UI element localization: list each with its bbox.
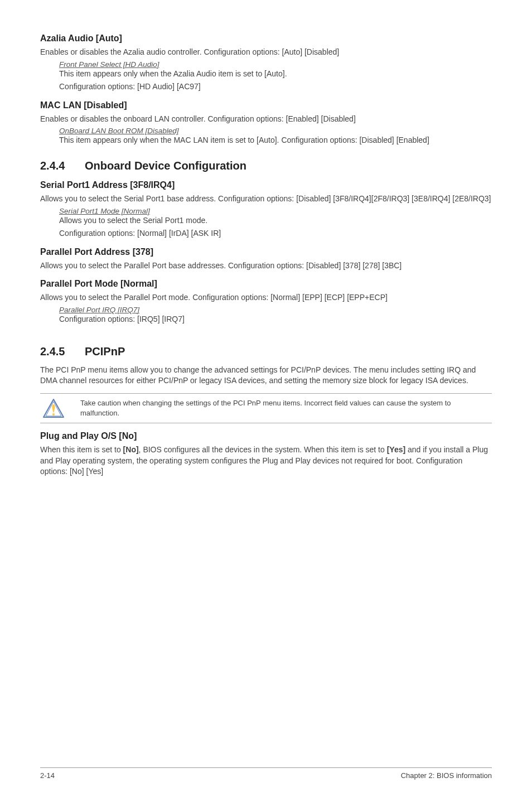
- heading-parallel-mode: Parallel Port Mode [Normal]: [40, 279, 492, 289]
- caution-callout: Take caution when changing the settings …: [40, 393, 492, 423]
- section-number-245: 2.4.5: [40, 345, 85, 358]
- section-title-244: Onboard Device Configuration: [85, 160, 246, 172]
- pp-no-bold: [No]: [123, 445, 139, 454]
- heading-onboard-device-config: 2.4.4Onboard Device Configuration: [40, 160, 492, 172]
- heading-serial-port1: Serial Port1 Address [3F8/IRQ4]: [40, 180, 492, 190]
- text-parallel-addr-desc: Allows you to select the Parallel Port b…: [40, 260, 492, 272]
- text-azalia-desc: Enables or disables the Azalia audio con…: [40, 47, 492, 58]
- subheading-front-panel: Front Panel Select [HD Audio]: [59, 60, 492, 69]
- text-maclan-sub1: This item appears only when the MAC LAN …: [59, 135, 492, 146]
- pp-pre: When this item is set to: [40, 445, 123, 454]
- caution-icon: [40, 398, 71, 418]
- text-maclan-desc: Enables or disables the onboard LAN cont…: [40, 114, 492, 125]
- chapter-label: Chapter 2: BIOS information: [401, 771, 492, 780]
- pp-mid: , BIOS configures all the devices in the…: [139, 445, 387, 454]
- subheading-parallel-irq: Parallel Port IRQ [IRQ7]: [59, 306, 492, 314]
- heading-parallel-address: Parallel Port Address [378]: [40, 247, 492, 257]
- section-number-244: 2.4.4: [40, 160, 85, 172]
- text-parallel-irq-sub: Configuration options: [IRQ5] [IRQ7]: [59, 314, 492, 325]
- subheading-onboard-lan-boot: OnBoard LAN Boot ROM [Disabled]: [59, 127, 492, 135]
- subheading-serial-mode: Serial Port1 Mode [Normal]: [59, 207, 492, 215]
- text-azalia-sub2: Configuration options: [HD Audio] [AC97]: [59, 81, 492, 93]
- caution-text: Take caution when changing the settings …: [71, 398, 492, 418]
- heading-pcipnp: 2.4.5PCIPnP: [40, 345, 492, 358]
- heading-plug-and-play: Plug and Play O/S [No]: [40, 431, 492, 441]
- text-plugplay-desc: When this item is set to [No], BIOS conf…: [40, 445, 492, 477]
- heading-azalia-audio: Azalia Audio [Auto]: [40, 33, 492, 44]
- text-serial-desc: Allows you to select the Serial Port1 ba…: [40, 194, 492, 205]
- heading-mac-lan: MAC LAN [Disabled]: [40, 100, 492, 110]
- pp-yes-bold: [Yes]: [387, 445, 405, 454]
- text-parallel-mode-desc: Allows you to select the Parallel Port m…: [40, 292, 492, 303]
- text-pcipnp-desc: The PCI PnP menu items allow you to chan…: [40, 365, 492, 386]
- text-serial-sub1: Allows you to select the Serial Port1 mo…: [59, 215, 492, 226]
- section-title-245: PCIPnP: [85, 345, 125, 357]
- text-azalia-sub1: This item appears only when the Azalia A…: [59, 69, 492, 80]
- svg-point-2: [52, 413, 55, 416]
- page-number: 2-14: [40, 771, 55, 780]
- page-footer: 2-14 Chapter 2: BIOS information: [40, 767, 492, 780]
- text-serial-sub2: Configuration options: [Normal] [IrDA] […: [59, 228, 492, 239]
